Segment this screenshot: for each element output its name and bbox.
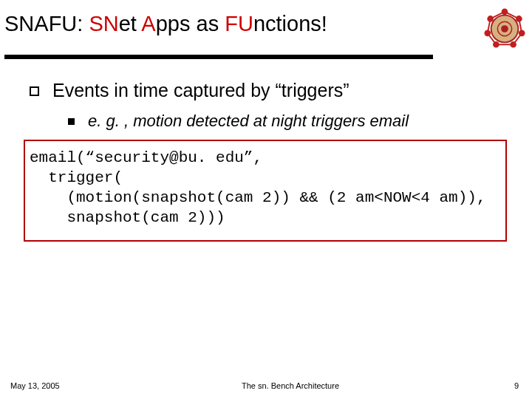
bullet-level-2-text: e. g. , motion detected at night trigger… [88,112,409,131]
title-text-3: pps as [156,12,225,35]
slide: SNAFU: SNet Apps as FUnctions! [0,0,532,399]
footer-page-number: 9 [474,381,519,390]
title-emph-fu: FU [225,12,253,35]
title-emph-sn: SN [89,12,118,35]
slide-title: SNAFU: SNet Apps as FUnctions! [4,12,483,36]
code-text: email(“security@bu. edu”, trigger( (moti… [30,149,486,226]
bullet-open-square-icon [30,86,39,96]
logo-icon [483,7,526,50]
code-block: email(“security@bu. edu”, trigger( (moti… [24,140,507,242]
title-row: SNAFU: SNet Apps as FUnctions! [0,0,532,50]
title-text-4: nctions! [253,12,327,35]
svg-point-16 [501,25,508,33]
bullet-solid-square-icon [68,118,75,125]
footer-date: May 13, 2005 [10,381,106,390]
title-emph-a: A [141,12,155,35]
bullet-level-1-text: Events in time captured by “triggers” [52,80,349,101]
footer: May 13, 2005 The sn. Bench Architecture … [0,381,532,390]
bullet-level-2: e. g. , motion detected at night trigger… [15,112,517,131]
content-area: Events in time captured by “triggers” e.… [0,59,532,242]
bullet-level-1: Events in time captured by “triggers” [15,80,517,101]
title-text-1: SNAFU: [4,12,89,35]
footer-center: The sn. Bench Architecture [106,381,474,390]
title-text-2: et [119,12,142,35]
